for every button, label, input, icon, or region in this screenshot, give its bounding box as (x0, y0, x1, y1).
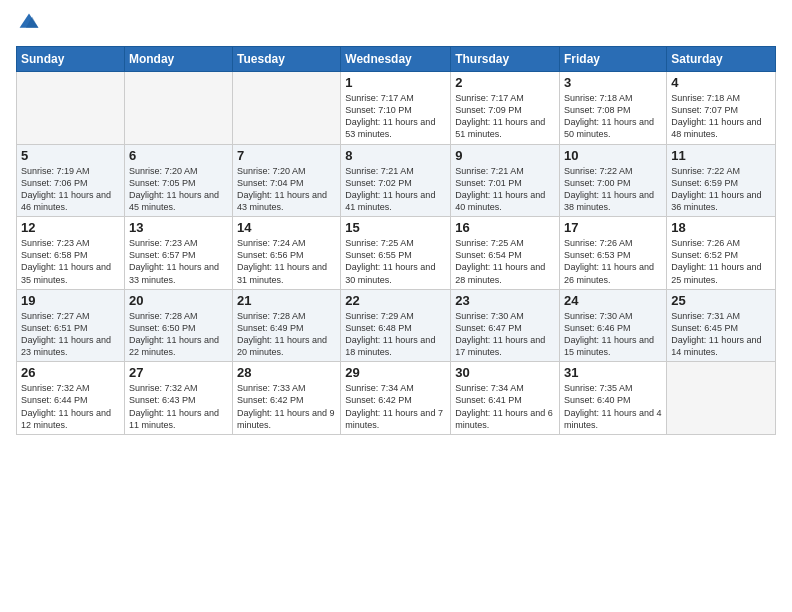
cell-content: Sunrise: 7:34 AM Sunset: 6:41 PM Dayligh… (455, 382, 555, 431)
day-number: 14 (237, 220, 336, 235)
day-number: 18 (671, 220, 771, 235)
day-number: 31 (564, 365, 662, 380)
cell-content: Sunrise: 7:27 AM Sunset: 6:51 PM Dayligh… (21, 310, 120, 359)
cell-content: Sunrise: 7:22 AM Sunset: 6:59 PM Dayligh… (671, 165, 771, 214)
week-row-4: 19Sunrise: 7:27 AM Sunset: 6:51 PM Dayli… (17, 289, 776, 362)
logo (16, 12, 42, 38)
header (16, 12, 776, 38)
cell-content: Sunrise: 7:26 AM Sunset: 6:53 PM Dayligh… (564, 237, 662, 286)
cell-content: Sunrise: 7:26 AM Sunset: 6:52 PM Dayligh… (671, 237, 771, 286)
cell-content: Sunrise: 7:23 AM Sunset: 6:58 PM Dayligh… (21, 237, 120, 286)
weekday-header-row: SundayMondayTuesdayWednesdayThursdayFrid… (17, 47, 776, 72)
calendar-cell (667, 362, 776, 435)
weekday-friday: Friday (560, 47, 667, 72)
cell-content: Sunrise: 7:18 AM Sunset: 7:08 PM Dayligh… (564, 92, 662, 141)
cell-content: Sunrise: 7:23 AM Sunset: 6:57 PM Dayligh… (129, 237, 228, 286)
day-number: 17 (564, 220, 662, 235)
cell-content: Sunrise: 7:19 AM Sunset: 7:06 PM Dayligh… (21, 165, 120, 214)
calendar-cell: 30Sunrise: 7:34 AM Sunset: 6:41 PM Dayli… (451, 362, 560, 435)
cell-content: Sunrise: 7:28 AM Sunset: 6:50 PM Dayligh… (129, 310, 228, 359)
calendar-cell: 31Sunrise: 7:35 AM Sunset: 6:40 PM Dayli… (560, 362, 667, 435)
cell-content: Sunrise: 7:17 AM Sunset: 7:09 PM Dayligh… (455, 92, 555, 141)
day-number: 30 (455, 365, 555, 380)
cell-content: Sunrise: 7:21 AM Sunset: 7:02 PM Dayligh… (345, 165, 446, 214)
cell-content: Sunrise: 7:21 AM Sunset: 7:01 PM Dayligh… (455, 165, 555, 214)
calendar-cell: 21Sunrise: 7:28 AM Sunset: 6:49 PM Dayli… (233, 289, 341, 362)
cell-content: Sunrise: 7:20 AM Sunset: 7:05 PM Dayligh… (129, 165, 228, 214)
weekday-sunday: Sunday (17, 47, 125, 72)
calendar: SundayMondayTuesdayWednesdayThursdayFrid… (16, 46, 776, 435)
day-number: 24 (564, 293, 662, 308)
cell-content: Sunrise: 7:25 AM Sunset: 6:54 PM Dayligh… (455, 237, 555, 286)
calendar-cell: 25Sunrise: 7:31 AM Sunset: 6:45 PM Dayli… (667, 289, 776, 362)
weekday-thursday: Thursday (451, 47, 560, 72)
cell-content: Sunrise: 7:32 AM Sunset: 6:43 PM Dayligh… (129, 382, 228, 431)
cell-content: Sunrise: 7:22 AM Sunset: 7:00 PM Dayligh… (564, 165, 662, 214)
calendar-cell: 29Sunrise: 7:34 AM Sunset: 6:42 PM Dayli… (341, 362, 451, 435)
calendar-cell: 22Sunrise: 7:29 AM Sunset: 6:48 PM Dayli… (341, 289, 451, 362)
day-number: 22 (345, 293, 446, 308)
day-number: 15 (345, 220, 446, 235)
cell-content: Sunrise: 7:34 AM Sunset: 6:42 PM Dayligh… (345, 382, 446, 431)
calendar-cell: 17Sunrise: 7:26 AM Sunset: 6:53 PM Dayli… (560, 217, 667, 290)
day-number: 13 (129, 220, 228, 235)
day-number: 9 (455, 148, 555, 163)
calendar-cell: 18Sunrise: 7:26 AM Sunset: 6:52 PM Dayli… (667, 217, 776, 290)
calendar-cell (124, 72, 232, 145)
day-number: 27 (129, 365, 228, 380)
calendar-cell: 14Sunrise: 7:24 AM Sunset: 6:56 PM Dayli… (233, 217, 341, 290)
calendar-cell: 28Sunrise: 7:33 AM Sunset: 6:42 PM Dayli… (233, 362, 341, 435)
week-row-5: 26Sunrise: 7:32 AM Sunset: 6:44 PM Dayli… (17, 362, 776, 435)
calendar-cell: 23Sunrise: 7:30 AM Sunset: 6:47 PM Dayli… (451, 289, 560, 362)
calendar-cell: 2Sunrise: 7:17 AM Sunset: 7:09 PM Daylig… (451, 72, 560, 145)
calendar-cell: 27Sunrise: 7:32 AM Sunset: 6:43 PM Dayli… (124, 362, 232, 435)
weekday-saturday: Saturday (667, 47, 776, 72)
calendar-cell: 9Sunrise: 7:21 AM Sunset: 7:01 PM Daylig… (451, 144, 560, 217)
day-number: 29 (345, 365, 446, 380)
day-number: 25 (671, 293, 771, 308)
calendar-cell: 15Sunrise: 7:25 AM Sunset: 6:55 PM Dayli… (341, 217, 451, 290)
calendar-cell: 20Sunrise: 7:28 AM Sunset: 6:50 PM Dayli… (124, 289, 232, 362)
calendar-cell: 19Sunrise: 7:27 AM Sunset: 6:51 PM Dayli… (17, 289, 125, 362)
calendar-cell: 13Sunrise: 7:23 AM Sunset: 6:57 PM Dayli… (124, 217, 232, 290)
day-number: 8 (345, 148, 446, 163)
page: SundayMondayTuesdayWednesdayThursdayFrid… (0, 0, 792, 612)
calendar-cell: 24Sunrise: 7:30 AM Sunset: 6:46 PM Dayli… (560, 289, 667, 362)
cell-content: Sunrise: 7:35 AM Sunset: 6:40 PM Dayligh… (564, 382, 662, 431)
logo-icon (18, 12, 40, 34)
calendar-cell: 10Sunrise: 7:22 AM Sunset: 7:00 PM Dayli… (560, 144, 667, 217)
day-number: 1 (345, 75, 446, 90)
cell-content: Sunrise: 7:33 AM Sunset: 6:42 PM Dayligh… (237, 382, 336, 431)
weekday-tuesday: Tuesday (233, 47, 341, 72)
cell-content: Sunrise: 7:25 AM Sunset: 6:55 PM Dayligh… (345, 237, 446, 286)
calendar-cell: 26Sunrise: 7:32 AM Sunset: 6:44 PM Dayli… (17, 362, 125, 435)
cell-content: Sunrise: 7:24 AM Sunset: 6:56 PM Dayligh… (237, 237, 336, 286)
cell-content: Sunrise: 7:18 AM Sunset: 7:07 PM Dayligh… (671, 92, 771, 141)
cell-content: Sunrise: 7:20 AM Sunset: 7:04 PM Dayligh… (237, 165, 336, 214)
day-number: 10 (564, 148, 662, 163)
calendar-cell: 1Sunrise: 7:17 AM Sunset: 7:10 PM Daylig… (341, 72, 451, 145)
day-number: 3 (564, 75, 662, 90)
day-number: 26 (21, 365, 120, 380)
calendar-cell: 16Sunrise: 7:25 AM Sunset: 6:54 PM Dayli… (451, 217, 560, 290)
day-number: 4 (671, 75, 771, 90)
cell-content: Sunrise: 7:31 AM Sunset: 6:45 PM Dayligh… (671, 310, 771, 359)
calendar-cell (233, 72, 341, 145)
cell-content: Sunrise: 7:32 AM Sunset: 6:44 PM Dayligh… (21, 382, 120, 431)
day-number: 6 (129, 148, 228, 163)
cell-content: Sunrise: 7:30 AM Sunset: 6:46 PM Dayligh… (564, 310, 662, 359)
day-number: 28 (237, 365, 336, 380)
day-number: 12 (21, 220, 120, 235)
calendar-cell: 11Sunrise: 7:22 AM Sunset: 6:59 PM Dayli… (667, 144, 776, 217)
day-number: 5 (21, 148, 120, 163)
calendar-cell: 12Sunrise: 7:23 AM Sunset: 6:58 PM Dayli… (17, 217, 125, 290)
cell-content: Sunrise: 7:17 AM Sunset: 7:10 PM Dayligh… (345, 92, 446, 141)
weekday-wednesday: Wednesday (341, 47, 451, 72)
calendar-cell: 4Sunrise: 7:18 AM Sunset: 7:07 PM Daylig… (667, 72, 776, 145)
day-number: 21 (237, 293, 336, 308)
calendar-cell: 6Sunrise: 7:20 AM Sunset: 7:05 PM Daylig… (124, 144, 232, 217)
cell-content: Sunrise: 7:29 AM Sunset: 6:48 PM Dayligh… (345, 310, 446, 359)
calendar-cell: 5Sunrise: 7:19 AM Sunset: 7:06 PM Daylig… (17, 144, 125, 217)
day-number: 16 (455, 220, 555, 235)
cell-content: Sunrise: 7:28 AM Sunset: 6:49 PM Dayligh… (237, 310, 336, 359)
